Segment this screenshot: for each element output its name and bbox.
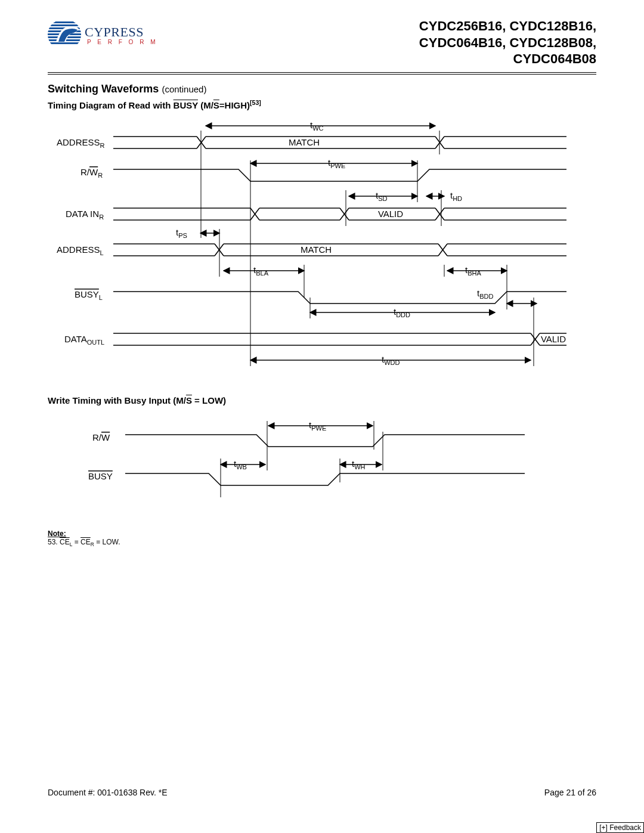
label-valid1: VALID <box>378 209 403 219</box>
label-tbha: tBHA <box>465 265 481 277</box>
footnote: Note: 53. CEL = CER = LOW. <box>48 529 596 547</box>
label-twc: tWC <box>310 120 324 132</box>
page-header: CYPRESS P E R F O R M CYDC256B16, CYDC12… <box>48 18 596 67</box>
signal-busy-l: BUSYL <box>75 289 103 301</box>
label-tpwe-2: tPWE <box>309 420 326 432</box>
label-tpwe: tPWE <box>328 157 345 169</box>
label-thd: tHD <box>450 190 462 202</box>
feedback-button[interactable]: [+] Feedback <box>596 822 644 833</box>
page-footer: Document #: 001-01638 Rev. *E Page 21 of… <box>48 788 596 797</box>
diagram1-title: Timing Diagram of Read with BUSY (M/S=HI… <box>48 99 596 110</box>
signal-rw: R/W <box>92 432 110 442</box>
svg-rect-3 <box>48 24 83 26</box>
signal-rw-r: R/WR <box>80 167 103 179</box>
label-tbla: tBLA <box>253 265 269 277</box>
note-heading: Note: <box>48 529 66 538</box>
logo-tagline: P E R F O R M <box>87 39 158 45</box>
label-twdd: tWDD <box>382 354 400 366</box>
cypress-logo: CYPRESS P E R F O R M <box>48 18 158 51</box>
timing-diagram-1: ADDRESSR R/WR DATA INR ADDRESSL BUSYL DA… <box>48 119 596 381</box>
label-match1: MATCH <box>289 137 320 147</box>
signal-busy: BUSY <box>88 471 113 481</box>
page-number: Page 21 of 26 <box>544 788 596 797</box>
label-twh: tWH <box>352 459 366 470</box>
part-line-2: CYDC064B16, CYDC128B08, <box>419 35 596 51</box>
part-line-1: CYDC256B16, CYDC128B16, <box>419 18 596 35</box>
svg-rect-9 <box>48 42 83 44</box>
signal-data-outl: DATAOUTL <box>64 334 104 346</box>
part-numbers: CYDC256B16, CYDC128B16, CYDC064B16, CYDC… <box>419 18 596 67</box>
label-twb: tWB <box>234 459 247 470</box>
label-match2: MATCH <box>301 244 332 255</box>
label-valid2: VALID <box>541 334 566 344</box>
section-title: Switching Waveforms (continued) <box>48 83 596 95</box>
logo-name: CYPRESS <box>85 24 144 40</box>
header-divider <box>48 72 596 75</box>
cypress-tree-icon <box>48 18 83 51</box>
svg-rect-2 <box>48 21 83 23</box>
doc-number: Document #: 001-01638 Rev. *E <box>48 788 168 797</box>
diagram2-title: Write Timing with Busy Input (M/S = LOW) <box>48 395 596 405</box>
label-tddd: tDDD <box>394 306 410 318</box>
part-line-3: CYDC064B08 <box>419 51 596 67</box>
label-tsd: tSD <box>376 190 388 202</box>
label-tbdd: tBDD <box>477 288 493 300</box>
signal-data-in-r: DATA INR <box>66 209 104 221</box>
signal-address-r: ADDRESSR <box>57 137 105 149</box>
label-tps: tPS <box>176 227 187 239</box>
signal-address-l: ADDRESSL <box>57 244 104 256</box>
timing-diagram-2: R/W BUSY tPWE tWB tWH <box>48 414 596 515</box>
